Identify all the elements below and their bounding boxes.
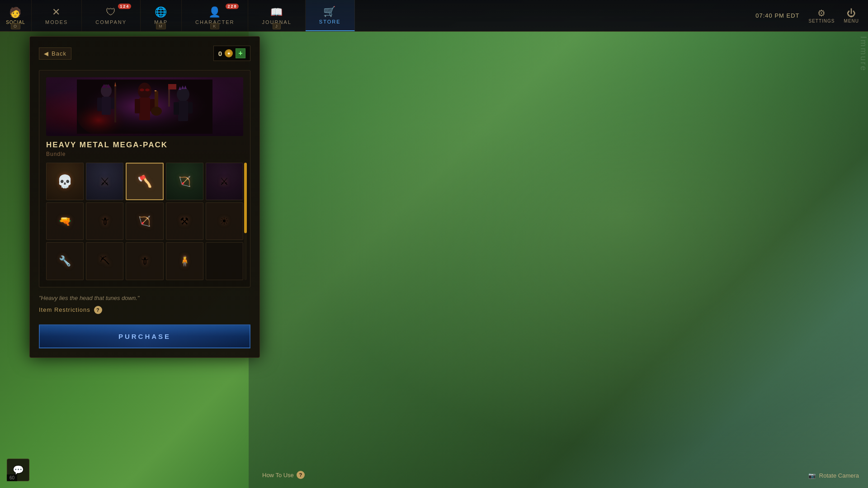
bundle-title: HEAVY METAL MEGA-PACK bbox=[46, 141, 243, 150]
nav-social[interactable]: 🧑 SOCIAL O bbox=[0, 0, 32, 31]
back-label: Back bbox=[52, 50, 66, 57]
item-icon-7: 🗡 bbox=[100, 216, 110, 227]
item-icon-1: 💀 bbox=[57, 174, 73, 189]
item-cell-10[interactable]: ☀ bbox=[206, 202, 243, 240]
svg-rect-13 bbox=[135, 99, 140, 113]
journal-icon: 📖 bbox=[270, 6, 283, 18]
bundle-preview-art bbox=[77, 80, 212, 134]
top-navigation: 🧑 SOCIAL O ✕ MODES 🛡 COMPANY 124 🌐 MAP M… bbox=[0, 0, 868, 32]
item-icon-4: 🏹 bbox=[179, 176, 191, 188]
item-description: "Heavy lies the head that tunes down." bbox=[39, 294, 250, 302]
panel-header: ◀ Back 0 ✦ + bbox=[39, 46, 250, 61]
purchase-label: PURCHASE bbox=[118, 333, 171, 340]
item-cell-9[interactable]: ⚒ bbox=[166, 202, 203, 240]
nav-modes[interactable]: ✕ MODES bbox=[32, 0, 82, 31]
nav-journal[interactable]: 📖 JOURNAL J bbox=[248, 0, 305, 31]
svg-rect-9 bbox=[114, 86, 116, 122]
company-badge: 124 bbox=[118, 4, 131, 9]
svg-point-3 bbox=[101, 84, 112, 97]
item-cell-4[interactable]: 🏹 bbox=[166, 163, 203, 200]
item-cell-8[interactable]: 🏹 bbox=[126, 202, 163, 240]
svg-rect-12 bbox=[139, 98, 150, 120]
nav-character[interactable]: 👤 CHARACTER 228 K bbox=[182, 0, 248, 31]
map-icon: 🌐 bbox=[155, 6, 168, 18]
journal-key: J bbox=[273, 23, 281, 29]
company-icon: 🛡 bbox=[106, 6, 117, 18]
purchase-button[interactable]: PURCHASE bbox=[39, 324, 250, 348]
top-right-controls: 07:40 PM EDT ⚙ SETTINGS ⏻ MENU bbox=[755, 8, 868, 23]
svg-rect-6 bbox=[111, 98, 114, 109]
character-area bbox=[249, 32, 868, 488]
svg-point-18 bbox=[151, 107, 162, 116]
character-icon: 👤 bbox=[208, 6, 222, 18]
settings-button[interactable]: ⚙ SETTINGS bbox=[809, 8, 835, 23]
menu-icon: ⏻ bbox=[847, 8, 856, 19]
nav-map[interactable]: 🌐 MAP M bbox=[141, 0, 182, 31]
social-icon: 🧑 bbox=[9, 7, 22, 19]
back-chevron: ◀ bbox=[44, 50, 49, 57]
svg-point-15 bbox=[140, 89, 144, 91]
nav-company[interactable]: 🛡 COMPANY 124 bbox=[82, 0, 141, 31]
store-label: STORE bbox=[319, 19, 341, 24]
item-icon-5: ⚔ bbox=[220, 176, 229, 188]
bottom-right-hints: 📷 Rotate Camera bbox=[808, 472, 859, 479]
nav-store[interactable]: 🛒 STORE bbox=[306, 0, 355, 31]
item-cell-2[interactable]: ⚔ bbox=[86, 163, 123, 200]
store-panel: ◀ Back 0 ✦ + bbox=[29, 36, 260, 358]
bottom-left-controls: 💬 60 bbox=[7, 459, 29, 481]
store-icon: 🛒 bbox=[323, 6, 336, 18]
svg-rect-23 bbox=[188, 102, 193, 113]
item-icon-8: 🏹 bbox=[138, 216, 151, 227]
camera-icon: 📷 bbox=[808, 472, 816, 479]
item-icon-12: ⛏ bbox=[100, 255, 110, 267]
company-label: COMPANY bbox=[95, 19, 127, 25]
item-icon-10: ☀ bbox=[220, 216, 229, 227]
time-display: 07:40 PM EDT bbox=[755, 12, 799, 19]
item-icon-9: ⚒ bbox=[180, 216, 189, 227]
add-currency-button[interactable]: + bbox=[236, 48, 245, 58]
item-cell-14[interactable]: 🧍 bbox=[166, 242, 203, 280]
how-to-use-label: How To Use bbox=[262, 472, 294, 479]
character-key: K bbox=[210, 23, 219, 29]
item-cell-6[interactable]: 🔫 bbox=[46, 202, 84, 240]
grid-scrollbar-thumb bbox=[244, 163, 247, 233]
item-icon-14: 🧍 bbox=[179, 255, 191, 267]
items-grid: 💀 ⚔ 🪓 🏹 ⚔ 🔫 🗡 🏹 bbox=[46, 163, 243, 280]
settings-label: SETTINGS bbox=[809, 19, 835, 23]
item-cell-12[interactable]: ⛏ bbox=[86, 242, 123, 280]
item-icon-2: ⚔ bbox=[100, 175, 110, 188]
modes-label: MODES bbox=[45, 19, 68, 25]
item-cell-3[interactable]: 🪓 bbox=[126, 163, 163, 200]
back-button[interactable]: ◀ Back bbox=[39, 47, 71, 60]
svg-rect-21 bbox=[178, 101, 188, 121]
restrictions-help-icon[interactable]: ? bbox=[94, 306, 102, 314]
item-icon-6: 🔫 bbox=[59, 216, 71, 227]
character-badge: 228 bbox=[226, 4, 239, 9]
bundle-type: Bundle bbox=[46, 151, 243, 157]
map-key: M bbox=[156, 23, 166, 29]
item-cell-7[interactable]: 🗡 bbox=[86, 202, 123, 240]
chat-icon: 💬 bbox=[13, 465, 24, 475]
item-icon-3: 🪓 bbox=[137, 174, 152, 188]
currency-icon: ✦ bbox=[225, 49, 233, 57]
item-cell-5[interactable]: ⚔ bbox=[206, 163, 243, 200]
modes-icon: ✕ bbox=[52, 6, 61, 18]
level-indicator: 60 bbox=[7, 474, 17, 481]
social-key: O bbox=[11, 23, 20, 29]
svg-rect-22 bbox=[174, 102, 179, 115]
menu-button[interactable]: ⏻ MENU bbox=[844, 8, 859, 23]
svg-point-11 bbox=[138, 83, 151, 99]
currency-display: 0 ✦ + bbox=[213, 46, 250, 61]
settings-icon: ⚙ bbox=[817, 8, 826, 19]
how-to-use-help-icon[interactable]: ? bbox=[297, 471, 305, 479]
svg-point-16 bbox=[145, 89, 150, 91]
watermark: Immure bbox=[859, 36, 868, 72]
currency-amount: 0 bbox=[218, 50, 222, 57]
item-cell-1[interactable]: 💀 bbox=[46, 163, 84, 200]
svg-point-20 bbox=[177, 87, 189, 102]
grid-scrollbar[interactable] bbox=[244, 163, 247, 280]
svg-rect-28 bbox=[168, 84, 176, 89]
item-cell-11[interactable]: 🔧 bbox=[46, 242, 84, 280]
rotate-camera-label: Rotate Camera bbox=[819, 472, 859, 479]
item-cell-13[interactable]: 🗡 bbox=[126, 242, 163, 280]
